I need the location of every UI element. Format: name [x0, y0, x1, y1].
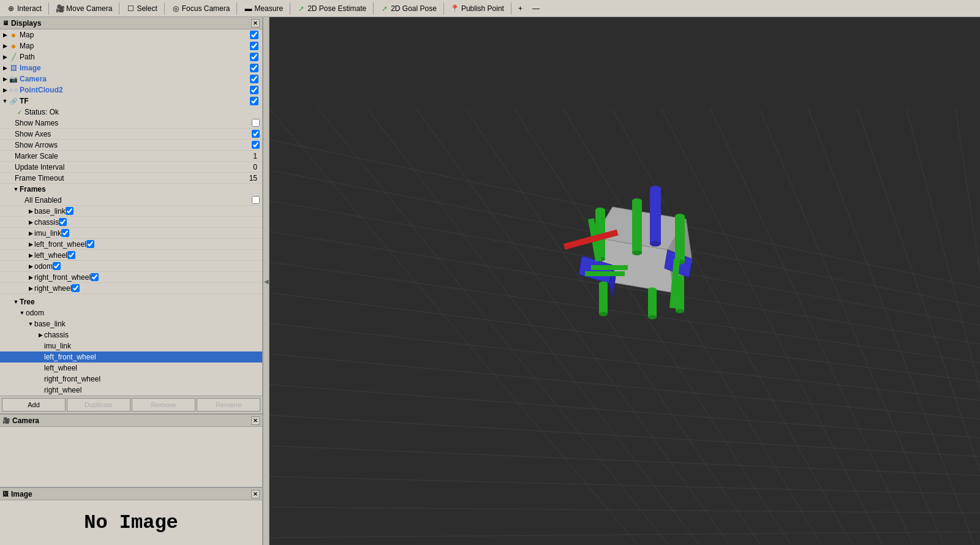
camera-panel-close-button[interactable]: ✕	[251, 416, 260, 425]
svg-rect-53	[585, 271, 625, 276]
displays-close-button[interactable]: ✕	[251, 19, 260, 28]
displays-item-pointcloud[interactable]: ▶ ⁘⁘ PointCloud2	[0, 85, 262, 96]
frame-base-link-row[interactable]: ▶ base_link	[0, 206, 262, 217]
rename-button[interactable]: Rename	[197, 398, 260, 412]
displays-item-tf[interactable]: ▼ 🔗 TF	[0, 96, 262, 107]
base-link-expander[interactable]: ▶	[27, 208, 34, 214]
displays-item-image[interactable]: ▶ 🖼 Image	[0, 62, 262, 73]
publish-point-button[interactable]: 📍 Publish Point	[447, 2, 508, 15]
right-wheel-frame-expander[interactable]: ▶	[27, 285, 34, 291]
tree-left-front-wheel-label: left_front_wheel	[44, 353, 261, 361]
imu-link-expander[interactable]: ▶	[27, 230, 34, 236]
select-label: Select	[137, 4, 157, 13]
tf-expander[interactable]: ▼	[1, 98, 9, 104]
displays-icon: 🖥	[2, 20, 9, 26]
odom-tree-expander[interactable]: ▼	[18, 310, 26, 316]
left-front-wheel-frame-expander[interactable]: ▶	[27, 241, 34, 247]
map2-checkbox[interactable]	[250, 42, 258, 50]
tree-imu-link[interactable]: imu_link	[0, 340, 262, 351]
tree-chassis[interactable]: ▶ chassis	[0, 329, 262, 340]
tree-right-wheel[interactable]: right_wheel	[0, 385, 262, 396]
frame-right-wheel-checkbox[interactable]	[72, 284, 80, 292]
frame-odom-row[interactable]: ▶ odom	[0, 261, 262, 272]
camera-icon: 📷	[9, 74, 18, 84]
duplicate-button[interactable]: Duplicate	[67, 398, 130, 412]
frame-chassis-checkbox[interactable]	[59, 218, 67, 226]
pose-2d-button[interactable]: ➚ 2D Pose Estimate	[293, 2, 371, 15]
tf-checkbox[interactable]	[250, 97, 258, 105]
pose-2d-icon: ➚	[297, 4, 306, 13]
image-checkbox[interactable]	[250, 64, 258, 72]
base-link-tree-expander[interactable]: ▼	[27, 321, 34, 327]
measure-icon: ▬	[244, 4, 252, 13]
frame-right-wheel-row[interactable]: ▶ right_wheel	[0, 283, 262, 294]
frame-right-front-wheel-row[interactable]: ▶ right_front_wheel	[0, 272, 262, 283]
camera-expander[interactable]: ▶	[1, 76, 9, 82]
viewport-3d[interactable]	[270, 17, 980, 545]
interact-button[interactable]: ⊕ Interact	[2, 2, 46, 15]
displays-scroll-area[interactable]: ▶ ● Map ▶ ● Map ▶ ╱ Path	[0, 29, 262, 396]
tf-show-axes-checkbox[interactable]	[252, 130, 260, 138]
frame-left-front-wheel-row[interactable]: ▶ left_front_wheel	[0, 239, 262, 250]
camera-checkbox[interactable]	[250, 75, 258, 83]
frame-left-front-wheel-checkbox[interactable]	[86, 240, 94, 248]
path-checkbox[interactable]	[250, 53, 258, 61]
frame-chassis-row[interactable]: ▶ chassis	[0, 217, 262, 228]
tree-expander[interactable]: ▼	[12, 299, 20, 305]
pointcloud-checkbox[interactable]	[250, 86, 258, 94]
camera-panel: 🎥 Camera ✕	[0, 415, 262, 488]
tf-show-arrows-row: Show Arrows	[0, 140, 262, 151]
frame-imu-link-checkbox[interactable]	[61, 229, 69, 237]
path-expander[interactable]: ▶	[1, 54, 9, 60]
frame-base-link-checkbox[interactable]	[66, 207, 74, 215]
displays-item-map2[interactable]: ▶ ● Map	[0, 40, 262, 51]
remove-button[interactable]: Remove	[132, 398, 195, 412]
frame-odom-checkbox[interactable]	[53, 262, 61, 270]
frames-all-enabled-checkbox[interactable]	[252, 196, 260, 204]
odom-frame-expander[interactable]: ▶	[27, 263, 34, 269]
focus-camera-button[interactable]: ◎ Focus Camera	[167, 2, 235, 15]
frame-imu-link-row[interactable]: ▶ imu_link	[0, 228, 262, 239]
extra-button[interactable]: —	[528, 2, 544, 15]
svg-point-43	[632, 250, 642, 255]
collapse-arrow-icon: ◀	[264, 278, 269, 285]
left-wheel-frame-expander[interactable]: ▶	[27, 252, 34, 258]
chassis-expander[interactable]: ▶	[27, 219, 34, 225]
image-panel-close-button[interactable]: ✕	[251, 490, 260, 498]
goal-2d-icon: ➚	[380, 4, 389, 13]
tf-show-names-checkbox[interactable]	[252, 119, 260, 127]
measure-button[interactable]: ▬ Measure	[239, 2, 287, 15]
camera-panel-header: 🎥 Camera ✕	[0, 415, 262, 427]
map1-expander[interactable]: ▶	[1, 32, 9, 38]
frame-left-wheel-checkbox[interactable]	[67, 251, 75, 259]
displays-item-path[interactable]: ▶ ╱ Path	[0, 51, 262, 62]
tree-odom[interactable]: ▼ odom	[0, 307, 262, 318]
panel-collapse-handle[interactable]: ◀	[263, 17, 270, 545]
tree-left-wheel[interactable]: left_wheel	[0, 363, 262, 374]
tree-section[interactable]: ▼ Tree	[0, 296, 262, 307]
map2-expander[interactable]: ▶	[1, 43, 9, 49]
displays-item-map1[interactable]: ▶ ● Map	[0, 29, 262, 40]
add-button[interactable]: Add	[2, 398, 66, 412]
tree-left-front-wheel[interactable]: left_front_wheel	[0, 351, 262, 363]
right-front-wheel-frame-expander[interactable]: ▶	[27, 274, 34, 280]
tree-right-front-wheel[interactable]: right_front_wheel	[0, 374, 262, 385]
frame-right-front-wheel-checkbox[interactable]	[91, 273, 99, 281]
frame-left-wheel-row[interactable]: ▶ left_wheel	[0, 250, 262, 261]
select-button[interactable]: ☐ Select	[122, 2, 161, 15]
tf-update-interval-value: 0	[223, 163, 260, 171]
plus-button[interactable]: +	[514, 2, 527, 15]
displays-item-camera[interactable]: ▶ 📷 Camera	[0, 73, 262, 85]
frames-section[interactable]: ▼ Frames	[0, 184, 262, 195]
image-expander[interactable]: ▶	[1, 65, 9, 71]
move-camera-button[interactable]: 🎥 Move Camera	[51, 2, 116, 15]
tree-base-link[interactable]: ▼ base_link	[0, 318, 262, 329]
frames-expander[interactable]: ▼	[12, 186, 20, 192]
frame-odom-label: odom	[34, 262, 53, 271]
map1-checkbox[interactable]	[250, 31, 258, 39]
tree-right-wheel-label: right_wheel	[44, 386, 261, 394]
goal-2d-button[interactable]: ➚ 2D Goal Pose	[376, 2, 441, 15]
tf-show-arrows-checkbox[interactable]	[252, 141, 260, 149]
pointcloud-expander[interactable]: ▶	[1, 87, 9, 93]
chassis-tree-expander[interactable]: ▶	[37, 332, 44, 338]
